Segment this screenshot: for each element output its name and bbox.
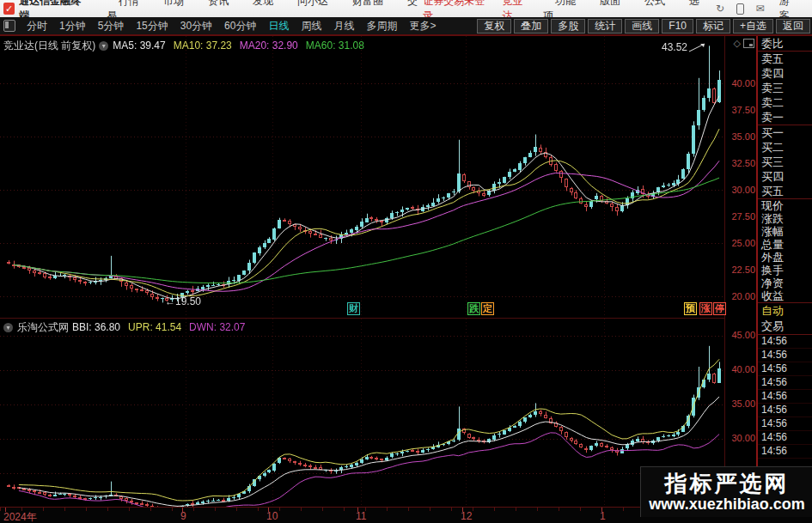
orderbook-row-卖四[interactable]: 卖四 <box>758 66 812 81</box>
period-tab-月线[interactable]: 月线 <box>327 20 360 32</box>
trade-time-row[interactable]: 14:56 <box>758 349 812 362</box>
orderbook-row-买五[interactable]: 买五 <box>758 184 812 199</box>
period-tab-1分钟[interactable]: 1分钟 <box>53 20 92 32</box>
toolbar-button-+自选[interactable]: +自选 <box>733 19 773 33</box>
quote-row-涨跌[interactable]: 涨跌 <box>758 212 812 225</box>
trade-time-row[interactable]: 14:56 <box>758 362 812 376</box>
toolbar-button-复权[interactable]: 复权 <box>477 19 511 33</box>
toolbar-button-统计[interactable]: 统计 <box>588 19 622 33</box>
trade-time-row[interactable]: 14:56 <box>758 404 812 417</box>
overlay-panel-icon[interactable] <box>743 39 754 48</box>
axis-tick <box>462 508 463 512</box>
high-price-annotation: 43.52 <box>662 41 708 53</box>
phone-icon[interactable] <box>736 3 744 15</box>
period-tabs: 分时1分钟5分钟15分钟30分钟60分钟日线周线月线多周期更多> <box>21 19 442 33</box>
menu-item-功能[interactable]: 功能 <box>543 0 588 7</box>
orderbook-row-买四[interactable]: 买四 <box>758 169 812 184</box>
quote-sidebar: 委比卖五卖四卖三卖二卖一买一买二买三买四买五现价涨跌涨幅总量外盘换手净资收益自动… <box>756 36 812 507</box>
menu-item-问小达[interactable]: 问小达 <box>285 0 340 7</box>
sidebar-tab-交易[interactable]: 交易 <box>758 319 812 335</box>
price-axis-label: 40.00 <box>731 364 755 374</box>
quote-row-总量[interactable]: 总量 <box>758 238 812 251</box>
time-axis-label: 2024年 <box>3 510 37 523</box>
indicator-title: ▾乐淘公式网BBI: 36.80UPR: 41.54DWN: 32.07 <box>3 320 253 335</box>
layout-icon[interactable] <box>3 20 15 32</box>
event-marker-跌[interactable]: 跌 <box>467 302 480 315</box>
price-axis-label: 35.00 <box>731 398 755 409</box>
trade-time-row[interactable]: 14:56 <box>758 376 812 390</box>
period-tab-更多>[interactable]: 更多> <box>403 20 442 32</box>
trade-time-row[interactable]: 14:56 <box>758 431 812 445</box>
period-tab-30分钟[interactable]: 30分钟 <box>174 20 218 32</box>
event-marker-定[interactable]: 定 <box>481 302 494 315</box>
event-marker-财[interactable]: 财 <box>347 302 360 315</box>
menu-item-版面[interactable]: 版面 <box>588 0 632 7</box>
collapse-icon[interactable]: ▾ <box>3 323 13 332</box>
quote-row-收益[interactable]: 收益 <box>758 289 812 303</box>
collapse-icon[interactable]: ▾ <box>99 41 108 51</box>
indicator-label-UPR: UPR: 41.54 <box>128 321 181 333</box>
event-marker-停[interactable]: 停 <box>713 302 726 315</box>
trade-time-row[interactable]: 14:56 <box>758 390 812 404</box>
price-axis-label: 25.00 <box>731 238 755 248</box>
period-tab-60分钟[interactable]: 60分钟 <box>218 20 262 32</box>
orderbook-row-买三[interactable]: 买三 <box>758 155 812 169</box>
time-axis-label: 10 <box>266 510 278 522</box>
trade-time-row[interactable]: 14:56 <box>758 445 812 459</box>
tdx-terminal: { "menu_bar": { "brand": "通达信金融终端", "ite… <box>0 0 812 523</box>
ma-label-MA5: MA5: 39.47 <box>113 40 165 52</box>
menu-item-资讯[interactable]: 资讯 <box>196 0 241 7</box>
sidebar-tab-自动[interactable]: 自动 <box>758 303 812 319</box>
toolbar-button-标记[interactable]: 标记 <box>696 19 730 33</box>
period-tab-周线[interactable]: 周线 <box>295 20 327 32</box>
watermark: 指标严选网 www.xuezhibiao.com <box>640 466 812 517</box>
quote-row-涨幅[interactable]: 涨幅 <box>758 225 812 238</box>
event-marker-预[interactable]: 预 <box>684 302 697 315</box>
quote-row-净资[interactable]: 净资 <box>758 277 812 289</box>
refresh-icon[interactable]: ↻ <box>716 3 724 15</box>
orderbook-row-买一[interactable]: 买一 <box>758 125 812 140</box>
orderbook-row-卖三[interactable]: 卖三 <box>758 81 812 95</box>
orderbook-row-买二[interactable]: 买二 <box>758 140 812 155</box>
trade-time-row[interactable]: 14:56 <box>758 335 812 349</box>
menu-item-市场[interactable]: 市场 <box>151 0 196 7</box>
menu-item-公式[interactable]: 公式 <box>632 0 677 7</box>
price-axis-label: 20.00 <box>731 291 755 301</box>
indicator-chart[interactable] <box>0 318 724 508</box>
orderbook-row-卖五[interactable]: 卖五 <box>758 52 812 66</box>
price-axis-label: 30.00 <box>731 433 755 443</box>
axis-tick <box>5 508 6 512</box>
period-tab-15分钟[interactable]: 15分钟 <box>130 20 174 32</box>
toolbar-button-F10[interactable]: F10 <box>662 19 693 33</box>
mail-icon[interactable]: ✉ <box>756 3 765 15</box>
arrow-icon <box>689 41 708 53</box>
menu-item-财富圈[interactable]: 财富圈 <box>340 0 395 7</box>
period-tab-5分钟[interactable]: 5分钟 <box>92 20 131 32</box>
toolbar-button-多股[interactable]: 多股 <box>551 19 585 33</box>
time-axis-label: 9 <box>180 510 186 522</box>
menu-item-行情[interactable]: 行情 <box>107 0 151 7</box>
orderbook-row-卖二[interactable]: 卖二 <box>758 95 812 110</box>
candlestick-chart[interactable] <box>0 36 724 318</box>
toolbar-button-返回[interactable]: 返回 <box>776 19 810 33</box>
toolbar-button-画线[interactable]: 画线 <box>625 19 659 33</box>
orderbook-row-委比[interactable]: 委比 <box>758 36 812 52</box>
menu-item-发现[interactable]: 发现 <box>241 0 285 7</box>
event-marker-涨[interactable]: 涨 <box>699 302 712 315</box>
period-tab-分时[interactable]: 分时 <box>21 20 53 32</box>
period-tab-日线[interactable]: 日线 <box>262 20 295 32</box>
period-tab-多周期[interactable]: 多周期 <box>360 20 403 32</box>
diamond-icon[interactable]: ◇ <box>734 38 741 49</box>
quote-row-现价[interactable]: 现价 <box>758 199 812 212</box>
price-axis-label: 40.00 <box>731 78 755 88</box>
axis-tick <box>357 508 358 512</box>
main-chart-title: 竞业达(日线 前复权)▾MA5: 39.47MA10: 37.23MA20: 3… <box>3 39 372 53</box>
watermark-url: www.xuezhibiao.com <box>649 496 804 513</box>
quote-row-换手[interactable]: 换手 <box>758 264 812 277</box>
trade-time-row[interactable]: 14:56 <box>758 417 812 431</box>
quote-row-外盘[interactable]: 外盘 <box>758 251 812 264</box>
price-axis: ◇ 40.0037.5035.0032.5030.0027.5025.0022.… <box>724 36 757 507</box>
toolbar-button-叠加[interactable]: 叠加 <box>514 19 548 33</box>
orderbook-row-卖一[interactable]: 卖一 <box>758 110 812 125</box>
chart-region[interactable]: 竞业达(日线 前复权)▾MA5: 39.47MA10: 37.23MA20: 3… <box>0 36 724 507</box>
